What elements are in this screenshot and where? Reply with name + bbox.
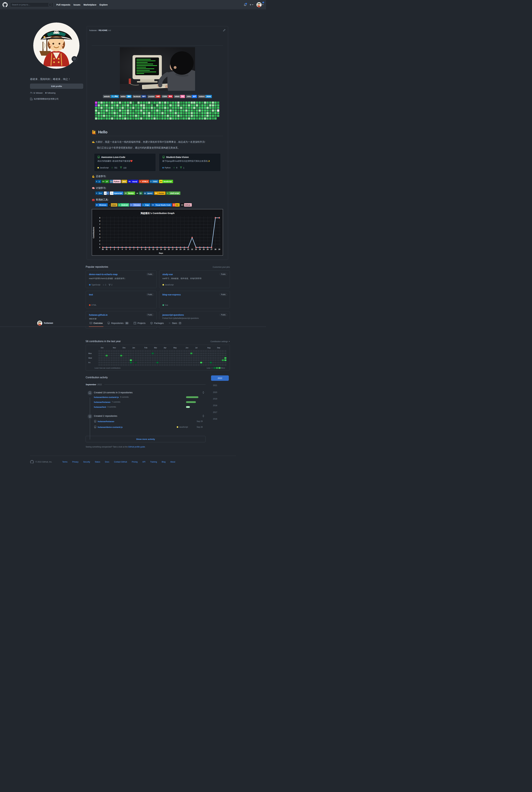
commit-repo-link[interactable]: hutaoao/demo-zustand-js bbox=[94, 396, 119, 398]
collapse-icon-2[interactable] bbox=[202, 415, 205, 417]
badge-twitter[interactable]: twitter推特 bbox=[120, 95, 132, 98]
repos-group-title: Created 2 repositories bbox=[94, 415, 117, 417]
contribution-cell bbox=[188, 353, 190, 354]
followers-link[interactable]: 1 follower · 0 following bbox=[30, 92, 83, 94]
contribution-cell bbox=[195, 364, 197, 366]
edit-readme-pencil-icon[interactable] bbox=[223, 29, 226, 32]
commit-repo-link[interactable]: hutaoao/test bbox=[94, 406, 106, 408]
footer-links: TermsPrivacySecurityStatusDocsContact Gi… bbox=[62, 461, 175, 463]
created-repo-link[interactable]: hutaoao/hutaoao bbox=[98, 420, 114, 422]
year-button-2022[interactable]: 2022 bbox=[211, 375, 229, 381]
created-repo-link[interactable]: hutaoao/demo-zustand-js bbox=[98, 426, 122, 428]
footer-link-security[interactable]: Security bbox=[83, 461, 90, 463]
pinned-card-awesome-love-code[interactable]: Awesome-Love-Code 表白代码收藏馆~谁说程序猿不懂浪漫❤️ Ja… bbox=[94, 153, 156, 171]
repo-link[interactable]: blog-vue-express bbox=[163, 294, 181, 296]
contribution-cell bbox=[122, 362, 125, 363]
contribution-cell bbox=[115, 359, 117, 361]
profile-sidebar: 雄者来，我有利剑；雌者来，纳之！ Edit profile 1 follower… bbox=[30, 22, 83, 100]
show-more-activity-button[interactable]: Show more activity bbox=[86, 436, 206, 442]
readme-owner[interactable]: hutaoao bbox=[89, 29, 97, 32]
repo-link[interactable]: javascript-questions bbox=[163, 314, 184, 316]
tab-overview[interactable]: Overview bbox=[87, 320, 105, 327]
contribution-cell bbox=[122, 357, 125, 359]
badge-csdn[interactable]: CSDN博客 bbox=[162, 95, 173, 98]
year-link-2021[interactable]: 2021 bbox=[213, 384, 217, 386]
year-link-2017[interactable]: 2017 bbox=[213, 411, 217, 413]
status-emoji-button[interactable] bbox=[72, 56, 77, 62]
contribution-settings-button[interactable]: Contribution settings bbox=[211, 340, 230, 343]
profile-avatar[interactable] bbox=[33, 22, 79, 69]
tab-stars[interactable]: ☆ Stars7 bbox=[166, 320, 184, 327]
contribution-cell bbox=[128, 353, 130, 354]
windows-icon: W bbox=[95, 203, 98, 207]
tab-packages[interactable]: Packages bbox=[148, 320, 166, 327]
footer-link-contact-github[interactable]: Contact GitHub bbox=[114, 461, 127, 463]
github-logo-icon[interactable] bbox=[2, 2, 7, 7]
footer-link-docs[interactable]: Docs bbox=[105, 461, 109, 463]
svg-text:24: 24 bbox=[199, 248, 201, 250]
footer-link-about[interactable]: About bbox=[170, 461, 175, 463]
contribution-cell bbox=[217, 359, 219, 361]
year-link-2018[interactable]: 2018 bbox=[213, 404, 217, 407]
pinned-repo-name[interactable]: Awesome-Love-Code bbox=[101, 156, 125, 158]
nav-link-marketplace[interactable]: Marketplace bbox=[83, 3, 96, 6]
nav-link-explore[interactable]: Explore bbox=[99, 3, 108, 6]
footer-link-privacy[interactable]: Privacy bbox=[72, 461, 78, 463]
tab-projects[interactable]: Projects bbox=[131, 320, 148, 327]
repo-link[interactable]: demo-react-ts-echarts-map bbox=[89, 273, 118, 276]
profile-guide-link[interactable]: GitHub profile guide bbox=[128, 446, 145, 448]
badge-zhihu[interactable]: zhihu知乎 bbox=[186, 95, 197, 98]
contribution-cell bbox=[113, 353, 115, 354]
repo-icon bbox=[94, 426, 96, 428]
badge-youtube[interactable]: youtube油管 bbox=[147, 95, 160, 98]
footer-link-training[interactable]: Training bbox=[150, 461, 157, 463]
badge-bilibili[interactable]: bilibiliB站 bbox=[174, 95, 185, 98]
people-icon bbox=[30, 92, 33, 94]
search-input[interactable] bbox=[12, 3, 49, 6]
badge-website[interactable]: website个人网站 bbox=[103, 95, 119, 98]
year-link-2020[interactable]: 2020 bbox=[213, 391, 217, 394]
customize-pins-link[interactable]: Customize your pins bbox=[213, 266, 230, 268]
contribution-cell bbox=[111, 362, 113, 363]
year-link-2016[interactable]: 2016 bbox=[213, 418, 217, 420]
year-link-2019[interactable]: 2019 bbox=[213, 398, 217, 400]
contribution-cell bbox=[128, 359, 130, 361]
repo-language: Vue bbox=[163, 304, 168, 306]
notifications-bell-icon[interactable] bbox=[244, 3, 246, 6]
contribution-cell bbox=[222, 353, 224, 354]
footer-link-status[interactable]: Status bbox=[95, 461, 100, 463]
user-menu-button[interactable] bbox=[256, 2, 264, 7]
collapse-icon[interactable] bbox=[202, 391, 205, 394]
contribution-cell bbox=[193, 357, 195, 359]
repo-link[interactable]: study-vue bbox=[163, 273, 173, 276]
footer-link-pricing[interactable]: Pricing bbox=[132, 461, 138, 463]
repo-link[interactable]: hutaoao.github.io bbox=[89, 314, 108, 316]
badge-facebook[interactable]: facebook脸书 bbox=[133, 95, 147, 98]
readme-filename[interactable]: README bbox=[99, 29, 108, 32]
commit-repo-link[interactable]: hutaoao/hutaoao bbox=[94, 401, 111, 403]
footer-link-blog[interactable]: Blog bbox=[162, 461, 166, 463]
edit-profile-button[interactable]: Edit profile bbox=[30, 83, 83, 89]
learn-contributions-link[interactable]: Learn how we count contributions bbox=[95, 367, 120, 369]
footer-link-terms[interactable]: Terms bbox=[62, 461, 68, 463]
tab-repositories[interactable]: Repositories30 bbox=[105, 320, 131, 327]
create-new-button[interactable]: + bbox=[249, 3, 253, 6]
repo-link[interactable]: test bbox=[89, 294, 93, 296]
nav-link-issues[interactable]: Issues bbox=[74, 3, 80, 6]
contribution-cell bbox=[178, 357, 180, 359]
social-badges-row: website个人网站 twitter推特 facebook脸书 youtube… bbox=[92, 95, 223, 98]
svg-text:3: 3 bbox=[118, 248, 119, 250]
skill-badges-row: CcC#c#PyPythonjavaMymysql5HTML53CSS3JSJa… bbox=[92, 180, 223, 183]
footer-github-icon[interactable] bbox=[30, 460, 34, 464]
pinned-repo-name[interactable]: Student-Data-Vision bbox=[166, 156, 189, 158]
repo-card-study-vue: study-vue Public vue学习，路由嵌套、组件传值、本地代理等等 … bbox=[159, 270, 230, 288]
nav-link-pull-requests[interactable]: Pull requests bbox=[56, 3, 70, 6]
contribution-cell bbox=[152, 355, 154, 356]
footer-link-api[interactable]: API bbox=[142, 461, 145, 463]
contribution-cell bbox=[142, 355, 144, 356]
badge-visitors[interactable]: visitors28266 bbox=[198, 95, 212, 98]
contribution-cell bbox=[217, 362, 219, 363]
pinned-card-student-data-vision[interactable]: Student-Data-Vision 基于Django和Vue的学生信息管理及… bbox=[159, 153, 221, 171]
tabbar-avatar[interactable] bbox=[37, 321, 42, 326]
contribution-cell bbox=[145, 359, 147, 361]
